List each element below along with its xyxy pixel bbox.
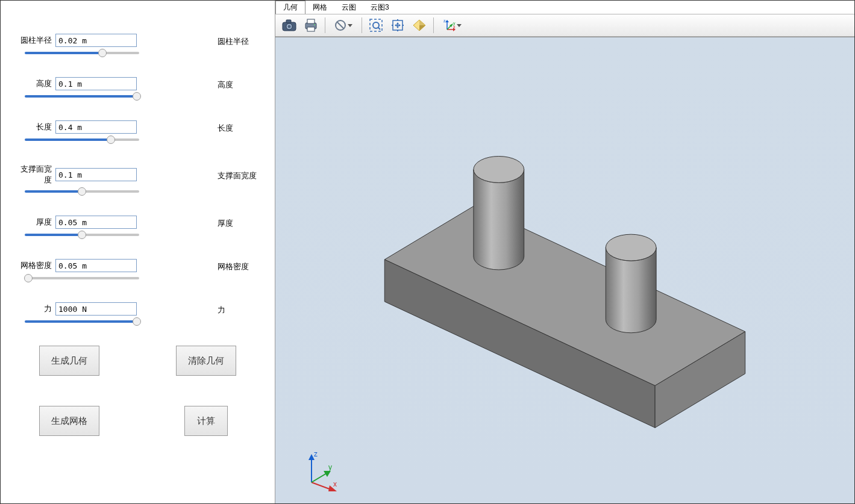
axis-y-label: y xyxy=(328,463,332,471)
axis-triad-icon: z y x xyxy=(299,449,342,491)
zoom-box-icon[interactable] xyxy=(366,16,386,34)
viewport-toolbar: z y x xyxy=(275,14,854,37)
param-label-thickness: 厚度 xyxy=(19,217,52,228)
svg-line-12 xyxy=(378,28,381,30)
param-right-label-meshDensity: 网格密度 xyxy=(218,261,249,272)
rotate-view-icon[interactable] xyxy=(409,16,430,34)
param-right-label-height: 高度 xyxy=(218,79,233,90)
model-render xyxy=(275,37,854,503)
clear-geometry-button[interactable]: 清除几何 xyxy=(176,346,236,376)
tab-云图[interactable]: 云图 xyxy=(334,1,363,14)
param-slider-supportWidth[interactable] xyxy=(25,190,139,193)
param-input-force[interactable] xyxy=(55,302,137,316)
no-select-dropdown[interactable] xyxy=(329,16,358,34)
param-right-label-length: 长度 xyxy=(218,123,233,134)
generate-mesh-button[interactable]: 生成网格 xyxy=(39,406,99,436)
param-input-supportWidth[interactable] xyxy=(55,168,137,181)
svg-point-3 xyxy=(288,25,291,28)
svg-rect-6 xyxy=(307,27,315,31)
compute-button[interactable]: 计算 xyxy=(184,406,228,436)
param-right-label-radius: 圆柱半径 xyxy=(218,36,249,47)
param-label-supportWidth: 支撑面宽度 xyxy=(19,164,52,185)
view-tabs: 几何网格云图云图3 xyxy=(275,1,854,14)
svg-rect-5 xyxy=(307,19,315,23)
tab-网格[interactable]: 网格 xyxy=(305,1,334,14)
visualization-panel: 几何网格云图云图3 xyxy=(275,1,854,503)
param-label-radius: 圆柱半径 xyxy=(19,35,52,46)
svg-point-33 xyxy=(606,234,656,261)
toolbar-separator xyxy=(362,17,362,33)
svg-marker-18 xyxy=(445,20,449,22)
param-label-height: 高度 xyxy=(19,78,52,89)
toolbar-separator xyxy=(433,17,434,33)
param-right-label-force: 力 xyxy=(218,305,225,316)
param-input-height[interactable] xyxy=(55,77,137,90)
param-right-label-thickness: 厚度 xyxy=(218,218,233,229)
axis-z-label: z xyxy=(314,450,318,458)
svg-point-7 xyxy=(314,24,315,25)
param-label-force: 力 xyxy=(19,303,52,314)
param-label-length: 长度 xyxy=(19,122,52,132)
svg-line-38 xyxy=(312,473,327,482)
tab-几何[interactable]: 几何 xyxy=(275,1,305,14)
axes-orient-dropdown[interactable]: z y x xyxy=(437,16,466,34)
toolbar-separator xyxy=(325,17,325,33)
svg-point-31 xyxy=(474,156,524,182)
svg-line-9 xyxy=(337,22,344,29)
param-slider-meshDensity[interactable] xyxy=(25,277,139,279)
axis-x-label: x xyxy=(333,480,337,488)
svg-text:x: x xyxy=(453,25,456,29)
param-slider-height[interactable] xyxy=(25,95,139,98)
chevron-down-icon xyxy=(457,24,462,27)
camera-icon[interactable] xyxy=(279,16,299,34)
chevron-down-icon xyxy=(348,24,352,27)
print-icon[interactable] xyxy=(301,16,321,34)
param-input-length[interactable] xyxy=(55,120,137,134)
param-slider-thickness[interactable] xyxy=(25,234,139,236)
svg-text:z: z xyxy=(443,19,446,23)
parameter-panel: 圆柱半径圆柱半径高度高度长度长度支撑面宽度支撑面宽度厚度厚度网格密度网格密度力力… xyxy=(1,1,275,503)
param-right-label-supportWidth: 支撑面宽度 xyxy=(218,170,257,181)
viewport-3d[interactable]: z y x xyxy=(275,37,854,503)
param-input-radius[interactable] xyxy=(55,34,137,47)
param-label-meshDensity: 网格密度 xyxy=(19,260,52,271)
param-input-meshDensity[interactable] xyxy=(55,259,137,272)
param-slider-radius[interactable] xyxy=(25,52,139,54)
svg-rect-1 xyxy=(286,20,291,23)
param-input-thickness[interactable] xyxy=(55,216,137,229)
param-slider-force[interactable] xyxy=(25,320,139,323)
zoom-extents-icon[interactable] xyxy=(387,16,408,34)
generate-geometry-button[interactable]: 生成几何 xyxy=(39,346,99,376)
tab-云图3[interactable]: 云图3 xyxy=(363,1,396,14)
param-slider-length[interactable] xyxy=(25,138,139,141)
